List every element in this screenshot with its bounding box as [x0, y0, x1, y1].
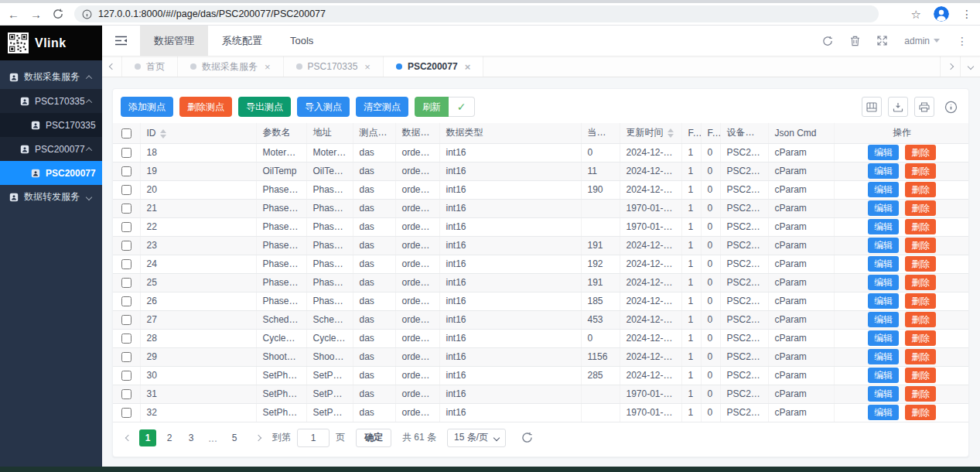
edit-button[interactable]: 编辑	[868, 330, 899, 346]
trash-icon[interactable]	[850, 36, 860, 46]
column-header-更新时间[interactable]: 更新时间	[620, 123, 681, 143]
more-menu-icon[interactable]: ⋮	[957, 35, 968, 47]
edit-button[interactable]: 编辑	[868, 386, 899, 402]
nav-tab-系统配置[interactable]: 系统配置	[208, 26, 276, 56]
page-number-1[interactable]: 1	[139, 429, 156, 446]
edit-button[interactable]: 编辑	[868, 405, 899, 420]
delete-button[interactable]: 删除	[905, 200, 936, 216]
row-checkbox[interactable]	[121, 296, 131, 306]
sidebar-item-PSC200077[interactable]: PSC200077	[0, 161, 102, 185]
edit-button[interactable]: 编辑	[868, 256, 899, 272]
row-checkbox[interactable]	[121, 148, 131, 158]
delete-button[interactable]: 删除	[905, 349, 936, 364]
delete-button[interactable]: 删除	[905, 293, 936, 309]
info-icon[interactable]	[941, 97, 961, 117]
bookmark-star-icon[interactable]: ☆	[911, 9, 921, 20]
toolbar-button-删除测点[interactable]: 删除测点	[179, 97, 232, 117]
delete-button[interactable]: 删除	[905, 405, 936, 420]
page-tab-PSC170335[interactable]: PSC170335×	[284, 56, 384, 77]
sidebar-item-PSC170335[interactable]: PSC170335	[0, 113, 102, 137]
profile-avatar[interactable]	[934, 6, 949, 22]
refresh-button[interactable]: 刷新	[415, 97, 449, 117]
edit-button[interactable]: 编辑	[868, 238, 899, 253]
delete-button[interactable]: 删除	[905, 330, 936, 346]
tab-close-icon[interactable]: ×	[364, 61, 370, 73]
edit-button[interactable]: 编辑	[868, 145, 899, 160]
tabs-menu-icon[interactable]	[960, 56, 980, 77]
edit-button[interactable]: 编辑	[868, 182, 899, 197]
page-tab-数据采集服务[interactable]: 数据采集服务×	[178, 56, 284, 77]
edit-button[interactable]: 编辑	[868, 293, 899, 309]
row-checkbox[interactable]	[121, 185, 131, 195]
columns-settings-icon[interactable]	[862, 97, 882, 117]
edit-button[interactable]: 编辑	[868, 200, 899, 216]
page-number-3[interactable]: 3	[183, 429, 200, 446]
sidebar-item-PSC200077[interactable]: PSC200077	[0, 137, 102, 161]
sidebar-item-数据转发服务[interactable]: 数据转发服务	[0, 185, 102, 209]
edit-button[interactable]: 编辑	[868, 312, 899, 327]
edit-button[interactable]: 编辑	[868, 275, 899, 290]
sidebar-item-数据采集服务[interactable]: 数据采集服务	[0, 65, 102, 89]
delete-button[interactable]: 删除	[905, 219, 936, 234]
row-checkbox[interactable]	[121, 352, 131, 362]
row-checkbox[interactable]	[121, 389, 131, 399]
address-bar[interactable]: 127.0.0.1:8000/#//page/das/PSC200077/PSC…	[74, 5, 879, 22]
sidebar-item-PSC170335[interactable]: PSC170335	[0, 89, 102, 113]
refresh-icon[interactable]	[822, 36, 833, 46]
delete-button[interactable]: 删除	[905, 275, 936, 290]
row-checkbox[interactable]	[121, 408, 131, 418]
confirm-button[interactable]: 确定	[356, 429, 391, 447]
tab-close-icon[interactable]: ×	[265, 61, 271, 73]
row-checkbox[interactable]	[121, 278, 131, 288]
edit-button[interactable]: 编辑	[868, 349, 899, 364]
edit-button[interactable]: 编辑	[868, 219, 899, 234]
row-checkbox[interactable]	[121, 222, 131, 232]
page-number-5[interactable]: 5	[226, 429, 243, 446]
forward-icon[interactable]: →	[30, 9, 42, 20]
collapse-menu-icon[interactable]	[102, 36, 140, 46]
back-icon[interactable]: ←	[8, 9, 19, 20]
page-number-2[interactable]: 2	[161, 429, 178, 446]
page-prev-icon[interactable]	[121, 436, 136, 440]
delete-button[interactable]: 删除	[905, 386, 936, 402]
page-size-select[interactable]: 15 条/页	[447, 429, 506, 447]
page-tab-首页[interactable]: 首页	[122, 56, 178, 77]
row-checkbox[interactable]	[121, 241, 131, 251]
print-icon[interactable]	[914, 97, 934, 117]
site-info-icon[interactable]	[82, 9, 92, 19]
column-header-ID[interactable]: ID	[140, 123, 256, 143]
row-checkbox[interactable]	[121, 166, 131, 176]
toolbar-button-导入测点[interactable]: 导入测点	[297, 97, 350, 117]
browser-menu-icon[interactable]: ⋮	[961, 9, 972, 19]
fullscreen-icon[interactable]	[877, 36, 887, 46]
nav-tab-Tools[interactable]: Tools	[276, 26, 327, 56]
delete-button[interactable]: 删除	[905, 163, 936, 179]
delete-button[interactable]: 删除	[905, 145, 936, 160]
sort-icon[interactable]	[160, 129, 166, 139]
export-download-icon[interactable]	[888, 97, 908, 117]
user-menu[interactable]: admin	[904, 36, 940, 46]
edit-button[interactable]: 编辑	[868, 163, 899, 179]
nav-tab-数据管理[interactable]: 数据管理	[140, 26, 208, 56]
delete-button[interactable]: 删除	[905, 312, 936, 327]
sort-icon[interactable]	[668, 128, 674, 138]
page-next-icon[interactable]	[251, 436, 266, 440]
delete-button[interactable]: 删除	[905, 368, 936, 383]
tabs-scroll-right-icon[interactable]	[940, 56, 960, 77]
toolbar-button-添加测点[interactable]: 添加测点	[121, 97, 173, 117]
delete-button[interactable]: 删除	[905, 238, 936, 253]
select-all-checkbox[interactable]	[121, 128, 131, 139]
delete-button[interactable]: 删除	[905, 256, 936, 272]
delete-button[interactable]: 删除	[905, 182, 936, 197]
row-checkbox[interactable]	[121, 371, 131, 381]
edit-button[interactable]: 编辑	[868, 368, 899, 383]
toolbar-button-导出测点[interactable]: 导出测点	[238, 97, 291, 117]
auto-refresh-check-icon[interactable]: ✓	[449, 97, 475, 117]
toolbar-button-清空测点[interactable]: 清空测点	[356, 97, 408, 117]
table-refresh-icon[interactable]	[521, 432, 533, 443]
row-checkbox[interactable]	[121, 204, 131, 214]
row-checkbox[interactable]	[121, 333, 131, 344]
tab-close-icon[interactable]: ×	[465, 61, 471, 73]
reload-icon[interactable]	[53, 9, 63, 19]
goto-page-input[interactable]	[297, 429, 330, 447]
